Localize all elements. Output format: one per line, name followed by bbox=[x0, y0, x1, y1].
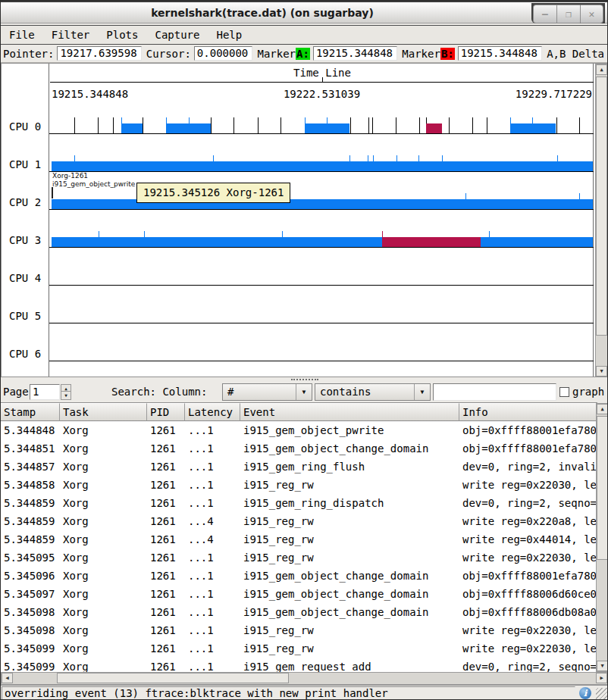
cell-stamp: 5.345099 bbox=[1, 639, 60, 658]
cell-stamp: 5.345096 bbox=[1, 567, 60, 585]
minimize-button[interactable]: – bbox=[533, 5, 556, 23]
table-row[interactable]: 5.344859Xorg1261...4i915_reg_rwwrite reg… bbox=[1, 530, 597, 548]
event-tick bbox=[396, 117, 396, 133]
timeline-graph-panel[interactable]: Time Line 19215.344848 19222.531039 1922… bbox=[1, 63, 608, 377]
pointer-value: 19217.639598 bbox=[57, 46, 141, 61]
table-row[interactable]: 5.345099Xorg1261...1i915_gem_request_add… bbox=[1, 658, 597, 672]
marker-b-badge[interactable]: B: bbox=[440, 48, 455, 60]
table-vertical-scrollbar[interactable]: ▲ ▼ bbox=[596, 403, 608, 672]
operator-select[interactable]: contains ▼ bbox=[315, 383, 431, 401]
cell-latency: ...1 bbox=[185, 476, 240, 494]
column-header-info[interactable]: Info bbox=[459, 403, 597, 421]
cell-event: i915_reg_rw bbox=[240, 639, 459, 658]
table-row[interactable]: 5.344851Xorg1261...1i915_gem_object_chan… bbox=[1, 439, 597, 458]
info-icon[interactable]: i bbox=[579, 687, 591, 699]
table-row[interactable]: 5.345098Xorg1261...1i915_reg_rwwrite reg… bbox=[1, 621, 597, 639]
task-label-event: i915_gem_object_pwrite bbox=[52, 180, 135, 189]
close-button[interactable]: ✕ bbox=[580, 5, 603, 23]
scroll-down-icon[interactable]: ▼ bbox=[596, 366, 607, 377]
cell-info: write reg=0x44014, le bbox=[459, 530, 597, 548]
table-row[interactable]: 5.344857Xorg1261...1i915_gem_ring_flushd… bbox=[1, 458, 597, 476]
cell-latency: ...4 bbox=[185, 512, 240, 530]
column-header-task[interactable]: Task bbox=[60, 403, 147, 421]
pane-splitter[interactable] bbox=[1, 377, 608, 383]
cell-pid: 1261 bbox=[147, 621, 185, 639]
cpu-label-5: CPU 5 bbox=[9, 310, 41, 322]
cell-event: i915_reg_rw bbox=[240, 548, 459, 567]
table-row[interactable]: 5.345096Xorg1261...1i915_gem_object_chan… bbox=[1, 567, 597, 585]
cell-stamp: 5.344859 bbox=[1, 530, 60, 548]
kernelshark-window: kernelshark(trace.dat) (on sugarbay) – ❐… bbox=[0, 0, 608, 700]
chevron-down-icon[interactable]: ▼ bbox=[296, 384, 312, 400]
cpu-baseline-2 bbox=[49, 209, 594, 210]
column-header-stamp[interactable]: Stamp bbox=[1, 403, 60, 421]
table-scrollbar-thumb[interactable] bbox=[597, 416, 608, 560]
cell-stamp: 5.344858 bbox=[1, 476, 60, 494]
operator-select-value: contains bbox=[320, 386, 371, 398]
maximize-button[interactable]: ❐ bbox=[556, 5, 580, 23]
cell-info: write reg=0x22030, le bbox=[459, 639, 597, 658]
cpu-label-0: CPU 0 bbox=[9, 120, 41, 133]
cell-event: i915_gem_object_pwrite bbox=[240, 421, 459, 439]
scroll-down-icon[interactable]: ▼ bbox=[597, 661, 608, 671]
search-input[interactable] bbox=[433, 383, 556, 401]
graph-vertical-scrollbar[interactable]: ▲ ▼ bbox=[595, 64, 608, 377]
table-row[interactable]: 5.344848Xorg1261...1i915_gem_object_pwri… bbox=[1, 421, 597, 439]
cpu-baseline-3 bbox=[49, 247, 594, 248]
scroll-left-icon[interactable]: ◀ bbox=[2, 673, 13, 683]
column-header-event[interactable]: Event bbox=[240, 403, 459, 421]
cell-stamp: 5.344851 bbox=[1, 439, 60, 458]
event-tick bbox=[233, 117, 234, 133]
cell-event: i915_reg_rw bbox=[240, 621, 459, 639]
column-header-latency[interactable]: Latency bbox=[185, 403, 240, 421]
graph-scrollbar-thumb[interactable] bbox=[596, 77, 607, 336]
title-bar[interactable]: kernelshark(trace.dat) (on sugarbay) – ❐… bbox=[1, 1, 607, 23]
menu-capture[interactable]: Capture bbox=[146, 26, 208, 44]
marker-b-value: 19215.344848 bbox=[458, 46, 542, 61]
cell-info: dev=0, ring=2, seqno= bbox=[459, 494, 597, 512]
scroll-up-icon[interactable]: ▲ bbox=[597, 404, 608, 414]
table-row[interactable]: 5.345095Xorg1261...1i915_reg_rwwrite reg… bbox=[1, 548, 597, 567]
marker-a-badge[interactable]: A: bbox=[296, 48, 310, 60]
page-input[interactable]: 1 bbox=[30, 384, 60, 400]
table-row[interactable]: 5.345099Xorg1261...1i915_reg_rwwrite reg… bbox=[1, 639, 597, 658]
menu-help[interactable]: Help bbox=[208, 26, 250, 44]
table-row[interactable]: 5.344859Xorg1261...1i915_gem_ring_dispat… bbox=[1, 494, 597, 512]
spin-down-icon[interactable]: ▼ bbox=[61, 392, 71, 398]
cell-latency: ...1 bbox=[185, 603, 240, 621]
event-tick bbox=[258, 117, 259, 133]
cell-task: Xorg bbox=[60, 439, 147, 458]
table-horizontal-scrollbar[interactable]: ◀ ▶ bbox=[1, 672, 608, 685]
event-tick bbox=[143, 117, 143, 133]
event-tick bbox=[113, 117, 114, 133]
event-tick bbox=[98, 117, 99, 133]
menu-filter[interactable]: Filter bbox=[43, 26, 99, 44]
scroll-right-icon[interactable]: ▶ bbox=[596, 673, 607, 683]
hscrollbar-thumb[interactable] bbox=[57, 673, 289, 683]
resize-grip-icon[interactable] bbox=[596, 688, 608, 700]
cell-info: obj=0xffff88006db08a0 bbox=[459, 603, 597, 621]
plot-layer[interactable]: CPU 0CPU 1CPU 2CPU 3CPU 4CPU 5CPU 6 bbox=[2, 64, 594, 377]
scroll-up-icon[interactable]: ▲ bbox=[596, 64, 607, 75]
table-row[interactable]: 5.344858Xorg1261...1i915_reg_rwwrite reg… bbox=[1, 476, 597, 494]
event-tick bbox=[74, 117, 75, 133]
task-bar bbox=[52, 199, 593, 209]
task-label-name: Xorg-1261 bbox=[52, 172, 88, 180]
table-row[interactable]: 5.344859Xorg1261...4i915_reg_rwwrite reg… bbox=[1, 512, 597, 530]
page-spinner[interactable]: ▲ ▼ bbox=[61, 384, 71, 400]
menu-plots[interactable]: Plots bbox=[98, 26, 146, 44]
event-tick bbox=[280, 117, 281, 133]
cell-stamp: 5.345098 bbox=[1, 603, 60, 621]
column-select[interactable]: # ▼ bbox=[222, 383, 312, 401]
cell-stamp: 5.345099 bbox=[1, 658, 60, 672]
menu-file[interactable]: File bbox=[1, 26, 43, 44]
search-column-label: Search: Column: bbox=[111, 386, 207, 398]
spin-up-icon[interactable]: ▲ bbox=[61, 385, 71, 392]
chevron-down-icon[interactable]: ▼ bbox=[414, 384, 430, 400]
table-row[interactable]: 5.345098Xorg1261...1i915_gem_object_chan… bbox=[1, 603, 597, 621]
splitter-handle-icon bbox=[291, 379, 318, 380]
cell-latency: ...1 bbox=[185, 548, 240, 567]
column-header-pid[interactable]: PID bbox=[147, 403, 185, 421]
table-row[interactable]: 5.345097Xorg1261...1i915_gem_object_chan… bbox=[1, 585, 597, 603]
graph-follows-checkbox[interactable] bbox=[559, 387, 569, 397]
